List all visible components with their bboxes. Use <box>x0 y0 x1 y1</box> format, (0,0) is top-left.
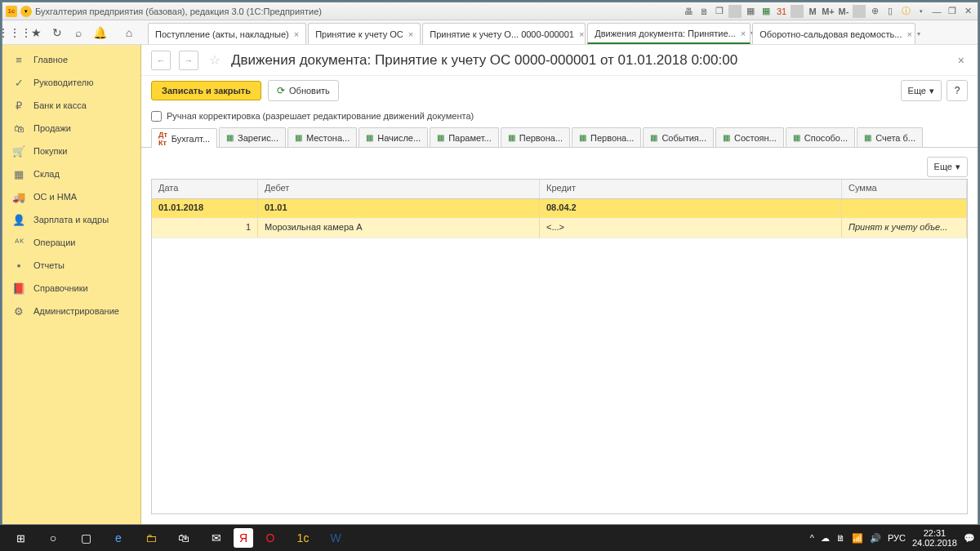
edge-icon[interactable]: e <box>103 527 134 549</box>
sidebar-item-admin[interactable]: ⚙Администрирование <box>2 300 140 322</box>
tab-doc-movements[interactable]: Движения документа: Принятие...×▾ <box>587 23 751 44</box>
tab-asset-000001[interactable]: Принятие к учету О... 0000-000001× <box>422 23 586 44</box>
grid-more-button[interactable]: Еще▾ <box>927 157 968 177</box>
grid-body[interactable]: 01.01.2018 01.01 08.04.2 1 Морозильная к… <box>152 199 967 513</box>
sidebar-item-catalogs[interactable]: 📕Справочники <box>2 277 140 300</box>
taskview-button[interactable]: ▢ <box>70 527 101 549</box>
sidebar-item-bank[interactable]: ₽Банк и касса <box>2 94 140 117</box>
search-button[interactable]: ○ <box>38 527 69 549</box>
reg-tab-8[interactable]: ▦Состоян... <box>715 127 784 147</box>
print-icon[interactable]: 🖶 <box>682 5 695 18</box>
reg-tab-2[interactable]: ▦Местона... <box>287 127 357 147</box>
sidebar-item-assets[interactable]: 🚚ОС и НМА <box>2 185 140 208</box>
cloud-icon[interactable]: ☁ <box>821 533 830 544</box>
wifi-icon[interactable]: 📶 <box>852 533 863 544</box>
person-icon: 👤 <box>12 214 25 226</box>
m-button[interactable]: M <box>806 5 819 18</box>
favorite-button[interactable]: ☆ <box>207 52 223 69</box>
more-button[interactable]: Еще▾ <box>901 80 942 101</box>
tab-receipts[interactable]: Поступление (акты, накладные)× <box>148 23 306 44</box>
clock[interactable]: 22:3124.02.2018 <box>912 528 957 548</box>
reg-tab-9[interactable]: ▦Способо... <box>786 127 855 147</box>
sidebar-item-salary[interactable]: 👤Зарплата и кадры <box>2 208 140 231</box>
chevron-down-icon[interactable]: ▾ <box>917 30 920 38</box>
lang-indicator[interactable]: РУС <box>888 533 906 543</box>
history-icon[interactable]: ↻ <box>50 25 65 40</box>
close-button[interactable]: × <box>955 52 968 69</box>
word-icon[interactable]: W <box>320 527 351 549</box>
save-close-button[interactable]: Записать и закрыть <box>151 81 261 100</box>
reg-tab-4[interactable]: ▦Парамет... <box>430 127 499 147</box>
mail-icon[interactable]: ✉ <box>201 527 232 549</box>
explorer-icon[interactable]: 🗀 <box>136 527 167 549</box>
manual-edit-checkbox[interactable] <box>151 111 162 122</box>
copy-icon[interactable]: ❐ <box>713 5 726 18</box>
m-minus-button[interactable]: M- <box>837 5 850 18</box>
notifications-icon[interactable]: 💬 <box>964 533 975 544</box>
table-icon[interactable]: ▦ <box>760 5 773 18</box>
reg-tab-5[interactable]: ▦Первона... <box>501 127 570 147</box>
tab-trial-balance[interactable]: Оборотно-сальдовая ведомость...×▾ <box>752 23 915 44</box>
yandex-icon[interactable]: Я <box>234 528 253 548</box>
book-icon[interactable]: ▯ <box>884 5 897 18</box>
separator <box>853 5 866 18</box>
maximize-icon[interactable]: ❐ <box>946 5 959 18</box>
zoom-icon[interactable]: ⊕ <box>868 5 881 18</box>
chart-icon: ✓ <box>12 77 25 89</box>
volume-icon[interactable]: 🔊 <box>870 533 881 544</box>
search-icon[interactable]: ⌕ <box>71 25 86 40</box>
reg-tab-7[interactable]: ▦События... <box>643 127 714 147</box>
col-sum[interactable]: Сумма <box>842 180 967 198</box>
store-icon[interactable]: 🛍 <box>168 527 199 549</box>
app-window: 1c ▾ Бухгалтерия предприятия (базовая), … <box>2 2 978 525</box>
table-row[interactable]: 01.01.2018 01.01 08.04.2 <box>152 199 967 219</box>
doc-icon[interactable]: 🗎 <box>697 5 710 18</box>
info-icon[interactable]: ⓘ <box>899 5 912 18</box>
sidebar-item-purchases[interactable]: 🛒Покупки <box>2 140 140 162</box>
star-icon[interactable]: ★ <box>29 25 43 40</box>
1c-icon[interactable]: 1c <box>287 527 318 549</box>
reg-tab-6[interactable]: ▦Первона... <box>572 127 641 147</box>
help-button[interactable]: ? <box>947 80 968 101</box>
sidebar-item-reports[interactable]: ▪Отчеты <box>2 254 140 277</box>
reg-tab-1[interactable]: ▦Зарегис... <box>219 127 286 147</box>
start-button[interactable]: ⊞ <box>5 527 36 549</box>
minimize-icon[interactable]: — <box>930 5 943 18</box>
opera-icon[interactable]: O <box>255 527 286 549</box>
cal-icon[interactable]: 31 <box>775 5 788 18</box>
tray-up-icon[interactable]: ^ <box>810 533 814 543</box>
reg-tab-3[interactable]: ▦Начисле... <box>359 127 428 147</box>
table-row[interactable]: 1 Морозильная камера А <...> Принят к уч… <box>152 219 967 238</box>
close-icon[interactable]: × <box>408 29 413 39</box>
sidebar-item-main[interactable]: ≡Главное <box>2 48 140 71</box>
main-toolbar: ⋮⋮⋮ ★ ↻ ⌕ 🔔 ⌂ Поступление (акты, накладн… <box>2 20 978 45</box>
col-date[interactable]: Дата <box>152 180 258 198</box>
app-dropdown-icon[interactable]: ▾ <box>20 6 32 17</box>
info-dd-icon[interactable]: ▾ <box>915 5 928 18</box>
tab-asset-accept[interactable]: Принятие к учету ОС× <box>308 23 421 44</box>
cart-icon: 🛒 <box>12 145 25 158</box>
forward-button[interactable]: → <box>179 51 198 70</box>
close-icon[interactable]: × <box>906 29 911 39</box>
close-icon[interactable]: × <box>579 29 584 39</box>
reg-tab-accounting[interactable]: ДтКтБухгалт... <box>151 128 217 148</box>
doc-icon[interactable]: 🗎 <box>836 533 845 543</box>
apps-icon[interactable]: ⋮⋮⋮ <box>7 25 22 40</box>
page-title: Движения документа: Принятие к учету ОС … <box>231 52 737 69</box>
col-debit[interactable]: Дебет <box>258 180 540 198</box>
sidebar-item-manager[interactable]: ✓Руководителю <box>2 71 140 94</box>
col-credit[interactable]: Кредит <box>540 180 842 198</box>
home-icon[interactable]: ⌂ <box>122 25 136 40</box>
sidebar-item-sales[interactable]: 🛍Продажи <box>2 117 140 140</box>
close-icon[interactable]: × <box>741 29 746 38</box>
reg-tab-10[interactable]: ▦Счета б... <box>857 127 923 147</box>
back-button[interactable]: ← <box>151 51 171 70</box>
m-plus-button[interactable]: M+ <box>822 5 835 18</box>
close-icon[interactable]: ✕ <box>961 5 974 18</box>
refresh-button[interactable]: ⟳Обновить <box>268 80 339 101</box>
sidebar-item-operations[interactable]: ᴬᴷОперации <box>2 231 140 254</box>
bell-icon[interactable]: 🔔 <box>92 25 107 40</box>
close-icon[interactable]: × <box>294 29 299 39</box>
calc-icon[interactable]: ▦ <box>744 5 757 18</box>
sidebar-item-warehouse[interactable]: ▦Склад <box>2 162 140 185</box>
